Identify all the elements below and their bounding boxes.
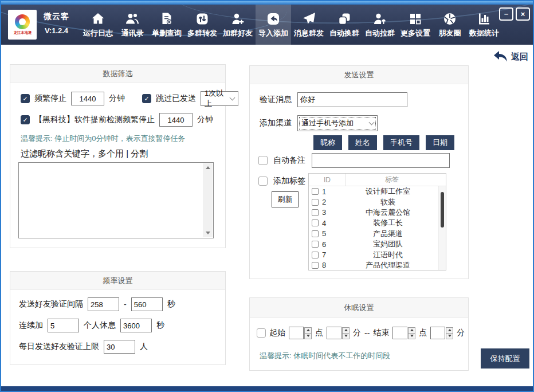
- minimize-button[interactable]: −: [499, 7, 513, 21]
- skip-sent-select[interactable]: 1次以上: [201, 91, 238, 106]
- start-hour-spinner: [289, 327, 312, 339]
- aperture-icon: [442, 11, 457, 26]
- sleep-panel: 休眠设置 起始 点 分 -- 结束: [249, 297, 469, 371]
- nav-item[interactable]: 运行日志: [80, 5, 116, 45]
- tag-row-checkbox[interactable]: [312, 230, 319, 237]
- tag-row-label: 江语时代: [338, 250, 438, 260]
- nav: 运行日志通讯录单删查询多群转发加群好友导入添加消息群发自动换群自动拉群更多设置朋…: [80, 5, 502, 45]
- verify-message-input[interactable]: [297, 92, 407, 107]
- nav-item[interactable]: 通讯录: [116, 5, 149, 45]
- filter-keywords-textarea[interactable]: [18, 162, 214, 238]
- tag-table-row: 6宝妈团队: [309, 239, 446, 249]
- grid-icon: [408, 11, 423, 26]
- nav-item[interactable]: 消息群发: [291, 5, 327, 45]
- auto-remark-input[interactable]: [312, 153, 450, 168]
- tag-row-checkbox[interactable]: [312, 252, 319, 258]
- freq-stop-input[interactable]: [71, 92, 104, 105]
- nav-item-label: 数据统计: [469, 28, 499, 38]
- data-filter-panel: 数据筛选 ✓ 频繁停止 分钟 ✓ 跳过已发送 1次以上 ✓ 【黑科技】软件提前检…: [10, 64, 226, 248]
- frequency-panel: 频率设置 发送好友验证间隔 - 秒 连续加 个人休息 秒 每日发送好友验证上限 …: [10, 271, 226, 365]
- tag-table-row: 4装修工长: [309, 218, 446, 228]
- tag-table-header: ID 标签: [309, 174, 446, 186]
- auto-remark-checkbox[interactable]: [258, 156, 268, 165]
- tag-row-id: 8: [319, 261, 338, 269]
- tag-row-checkbox[interactable]: [312, 209, 319, 216]
- nav-item[interactable]: 导入添加: [256, 5, 291, 45]
- insert-buttons: 昵称姓名手机号日期: [313, 135, 454, 150]
- tag-row-checkbox[interactable]: [312, 188, 319, 195]
- end-hour-input[interactable]: [392, 327, 407, 339]
- skip-sent-checkbox[interactable]: ✓: [142, 94, 151, 103]
- tag-row-id: 6: [319, 240, 338, 249]
- add-tag-label: 添加标签: [273, 176, 305, 186]
- back-button[interactable]: 返回: [493, 50, 528, 63]
- tag-row-checkbox[interactable]: [312, 262, 319, 269]
- interval-max-input[interactable]: [131, 297, 163, 311]
- nav-item[interactable]: 多群转发: [184, 5, 220, 45]
- daily-input[interactable]: [104, 340, 135, 354]
- insert-variable-button[interactable]: 昵称: [313, 135, 342, 150]
- chevron-down-icon: [369, 120, 375, 126]
- nav-item[interactable]: 朋友圈: [433, 5, 466, 45]
- insert-variable-button[interactable]: 姓名: [348, 135, 377, 150]
- interval-unit: 秒: [167, 299, 175, 309]
- textarea-scrollbar[interactable]: [203, 163, 213, 237]
- spin-down-button[interactable]: [304, 333, 312, 339]
- spin-down-button[interactable]: [446, 333, 453, 339]
- logo-text: 龙江本地通: [13, 30, 32, 35]
- start-minute-spinner: [327, 327, 350, 339]
- spin-down-button[interactable]: [342, 333, 350, 339]
- nav-item[interactable]: 更多设置: [398, 5, 433, 45]
- rest-input[interactable]: [120, 319, 152, 332]
- scroll-up-icon: [206, 166, 210, 169]
- tag-table: ID 标签 1设计师工作室2软装3中海云麓公馆4装修工长5产品渠道6宝妈团队7江…: [308, 173, 446, 271]
- tag-row-label: 产品渠道: [338, 229, 438, 239]
- tag-table-header-id: ID: [309, 176, 345, 184]
- transfer-icon: [195, 11, 210, 26]
- save-config-button[interactable]: 保持配置: [481, 348, 529, 369]
- back-label: 返回: [511, 52, 528, 62]
- start-hour-input[interactable]: [289, 327, 304, 339]
- tag-row-checkbox[interactable]: [312, 199, 319, 206]
- insert-variable-button[interactable]: 日期: [426, 135, 454, 150]
- data-filter-title: 数据筛选: [10, 65, 225, 83]
- tag-table-row: 3中海云麓公馆: [309, 207, 446, 218]
- tag-table-scrollbar[interactable]: [438, 186, 446, 270]
- interval-min-input[interactable]: [88, 297, 119, 311]
- end-minute-input[interactable]: [430, 327, 445, 339]
- insert-variable-button[interactable]: 手机号: [383, 135, 419, 150]
- sleep-enable-checkbox[interactable]: [257, 328, 266, 338]
- nav-item-label: 多群转发: [187, 28, 217, 38]
- nav-item-label: 通讯录: [121, 28, 144, 38]
- data-filter-hint: 温馨提示: 停止时间为0分钟时，表示直接暂停任务: [21, 134, 185, 144]
- nav-item[interactable]: 数据统计: [466, 5, 502, 45]
- tag-row-checkbox[interactable]: [312, 219, 319, 226]
- channel-select[interactable]: 通过手机号添加: [297, 115, 378, 131]
- tech-checkbox[interactable]: ✓: [21, 115, 30, 124]
- end-minute-spinner: [430, 327, 453, 339]
- tag-row-id: 1: [319, 187, 338, 196]
- add-tag-checkbox[interactable]: [258, 177, 268, 186]
- close-button[interactable]: ×: [516, 7, 530, 21]
- spin-down-button[interactable]: [408, 333, 415, 339]
- nav-item[interactable]: 单删查询: [149, 5, 184, 45]
- scrollbar-thumb[interactable]: [441, 192, 444, 228]
- channel-label: 添加渠道: [260, 118, 292, 128]
- window-controls: − ×: [499, 7, 530, 21]
- daily-unit: 人: [140, 342, 148, 352]
- tag-row-checkbox[interactable]: [312, 241, 319, 248]
- nav-item[interactable]: 加群好友: [220, 5, 256, 45]
- nav-item[interactable]: 自动拉群: [362, 5, 398, 45]
- minute-label2: 分: [457, 328, 465, 338]
- home-icon: [91, 11, 105, 26]
- rest-unit: 秒: [156, 320, 164, 331]
- refresh-button[interactable]: 刷新: [272, 191, 299, 207]
- tech-input[interactable]: [159, 113, 193, 127]
- continuous-input[interactable]: [48, 319, 79, 332]
- start-minute-input[interactable]: [327, 327, 341, 339]
- nav-item[interactable]: 自动换群: [327, 5, 362, 45]
- freq-stop-checkbox[interactable]: ✓: [21, 94, 30, 103]
- sleep-separator: --: [364, 328, 370, 338]
- tag-table-row: 1设计师工作室: [309, 186, 446, 197]
- tech-label: 【黑科技】软件提前检测频繁停止: [34, 115, 155, 125]
